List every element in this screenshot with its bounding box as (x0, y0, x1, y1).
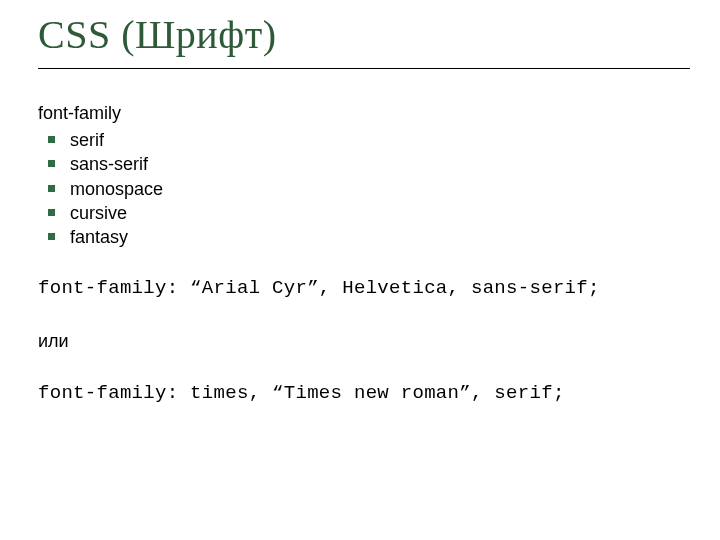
code-example-2: font-family: times, “Times new roman”, s… (38, 382, 690, 406)
slide: CSS (Шрифт) font-family serif sans-serif… (0, 0, 720, 540)
list-item: serif (38, 128, 690, 152)
list-heading: font-family (38, 103, 690, 124)
list-item: monospace (38, 177, 690, 201)
list-item: cursive (38, 201, 690, 225)
or-label: или (38, 331, 690, 352)
code-example-1: font-family: “Arial Cyr”, Helvetica, san… (38, 277, 690, 301)
list-item: fantasy (38, 225, 690, 249)
title-block: CSS (Шрифт) (38, 14, 690, 69)
font-family-list: serif sans-serif monospace cursive fanta… (38, 128, 690, 249)
slide-title: CSS (Шрифт) (38, 14, 690, 56)
list-item: sans-serif (38, 152, 690, 176)
